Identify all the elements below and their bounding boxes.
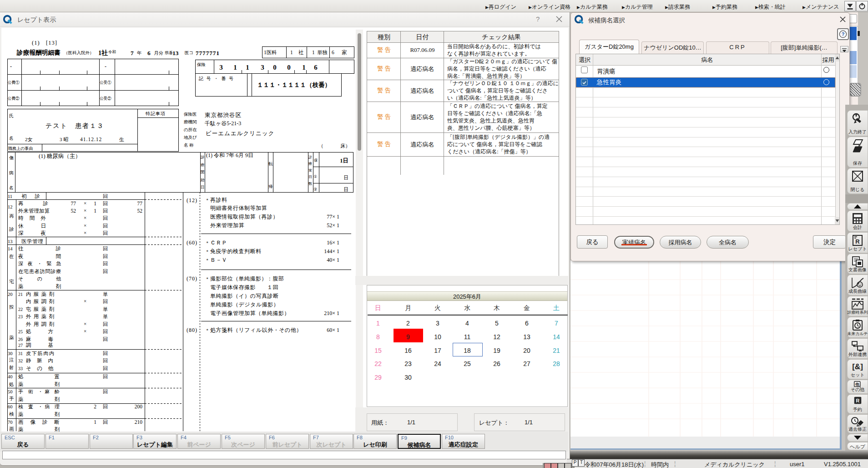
svg-text:保険: 保険 [197,62,206,67]
svg-text:1: 1 [302,64,306,71]
svg-text:回: 回 [103,201,108,206]
svg-text:＊: ＊ [205,198,210,203]
svg-text:１１１・１１１１（枝番）: １１１・１１１１（枝番） [257,81,331,88]
svg-text:日: 日 [308,175,312,179]
svg-text:26: 26 [18,337,23,342]
svg-text:1: 1 [233,64,237,71]
svg-text:-: - [105,63,106,70]
svg-text:1社: 1社 [98,49,108,56]
svg-text:帰: 帰 [268,184,273,189]
svg-text:静 脈 内: 静 脈 内 [26,358,53,363]
svg-text:52: 52 [137,208,143,214]
svg-text:特記事項: 特記事項 [146,111,166,116]
svg-text:70: 70 [8,420,13,425]
svg-text:(12): (12) [187,197,197,203]
svg-text:保: 保 [314,158,318,163]
svg-text:20: 20 [8,292,13,297]
svg-text:回: 回 [103,299,108,304]
svg-text:日: 日 [343,187,348,192]
svg-text:単: 単 [103,306,108,312]
svg-text:0: 0 [287,64,291,71]
svg-text:公費①: 公費① [8,80,20,85]
svg-text:数: 数 [308,182,312,186]
svg-text:令和: 令和 [108,50,116,54]
svg-text:回: 回 [103,223,108,229]
svg-text:実: 実 [308,168,312,173]
svg-text:回: 回 [103,261,108,266]
svg-text:処方箋料（リフィル以外・その他）: 処方箋料（リフィル以外・その他） [210,327,302,333]
svg-text:処: 処 [9,382,14,387]
svg-text:氏: 氏 [9,113,14,118]
svg-text:診: 診 [9,227,14,232]
svg-text:R: R [855,238,860,245]
svg-text:月分: 月分 [154,51,164,56]
svg-text:＊: ＊ [205,258,210,263]
svg-text:13: 13 [8,239,13,244]
svg-text:診: 診 [201,155,205,159]
svg-text:1医科: 1医科 [264,50,277,55]
svg-text:処 方: 処 方 [26,329,54,334]
svg-text:外来管理加算: 外来管理加算 [210,222,244,229]
svg-text:(1) 令和 7年 6月 9日: (1) 令和 7年 6月 9日 [206,152,253,158]
svg-text:検: 検 [9,412,14,417]
svg-text:回: 回 [103,389,108,394]
svg-text:(80): (80) [187,327,197,333]
svg-text:ＣＲＰ: ＣＲＰ [210,239,227,246]
svg-text:1: 1 [94,208,96,214]
svg-text:1: 1 [312,50,315,55]
svg-text:薬 剤: 薬 剤 [18,382,60,387]
svg-text:職務上の事由: 職務上の事由 [8,146,33,151]
svg-text:単独: 単独 [317,50,328,55]
svg-text:回: 回 [103,230,108,236]
svg-text:病: 病 [9,170,14,175]
svg-text:注: 注 [9,357,14,362]
svg-text:外来管理加算: 外来管理加算 [18,208,50,214]
svg-text:外 用 薬 剤: 外 用 薬 剤 [25,314,55,319]
svg-text:40× 1: 40× 1 [327,257,339,263]
svg-text:薬: 薬 [9,335,14,340]
svg-text:11: 11 [8,194,12,199]
svg-text:療: 療 [201,163,205,167]
svg-text:27: 27 [18,343,23,348]
svg-text:回: 回 [103,366,108,371]
svg-text:＊: ＊ [205,241,210,245]
svg-text:社: 社 [298,50,304,55]
svg-text:3 昭: 3 昭 [60,137,68,142]
svg-text:3: 3 [219,64,223,71]
svg-text:射: 射 [9,365,14,370]
svg-text:単: 単 [103,314,108,319]
svg-text:始: 始 [201,178,205,182]
svg-text:(60): (60) [187,239,197,246]
svg-text:×: × [84,230,86,235]
svg-text:×: × [84,200,86,206]
svg-text:（: （ [318,143,323,148]
svg-text:医療情報取得加算（再診）: 医療情報取得加算（再診） [210,214,278,220]
svg-text:転: 転 [268,162,273,166]
svg-text:電子媒体保存撮影 １回: 電子媒体保存撮影 １回 [210,284,278,290]
svg-text:開: 開 [201,170,205,174]
svg-text:1: 1 [94,201,96,206]
svg-text:60× 1: 60× 1 [327,327,339,333]
svg-text:電子画像管理加算（単純撮影）: 電子画像管理加算（単純撮影） [210,310,290,316]
svg-text:-: - [10,63,12,70]
svg-text:回: 回 [103,336,108,342]
svg-text:＊: ＊ [205,277,210,281]
svg-text:回: 回 [103,193,108,199]
svg-text:医学管理: 医学管理 [21,239,43,244]
svg-text:①: ① [313,174,317,179]
svg-text:回: 回 [103,404,108,409]
svg-text:麻 毒: 麻 毒 [26,336,54,342]
svg-text:60: 60 [8,404,13,409]
svg-text:(70): (70) [187,275,197,282]
svg-text:41.12.12: 41.12.12 [80,137,102,142]
svg-text:県番: 県番 [165,51,173,55]
svg-text:回: 回 [103,358,108,363]
svg-text:日: 日 [201,185,205,189]
svg-text:内 服 調 剤: 内 服 調 剤 [26,299,55,304]
svg-text:13: 13 [172,50,179,56]
svg-text:東京都渋谷区: 東京都渋谷区 [205,112,242,118]
svg-text:再 診: 再 診 [18,201,49,206]
svg-text:52: 52 [71,208,76,214]
svg-text:33: 33 [18,366,23,371]
svg-text:（医科入院外）: （医科入院外） [64,51,94,55]
